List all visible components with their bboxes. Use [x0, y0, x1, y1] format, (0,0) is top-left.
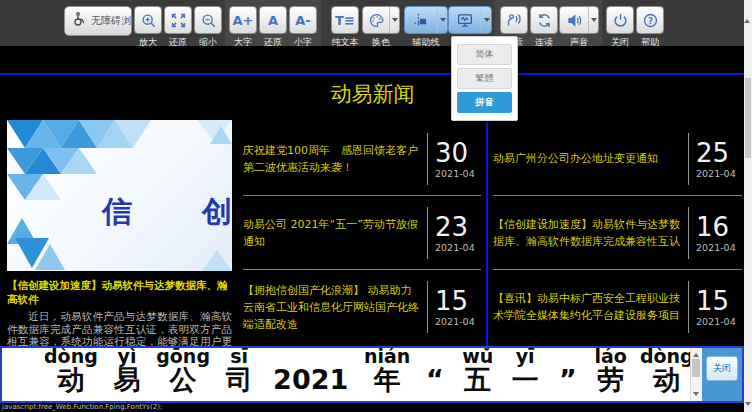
reader-scrollbar-thumb[interactable]: [692, 359, 700, 377]
font-reset-icon: A: [268, 14, 278, 27]
wheelchair-icon: [72, 11, 87, 31]
zoom-reset-label: 还原: [164, 36, 192, 49]
news-date: 25 2021-04: [688, 133, 742, 185]
help-label: 帮助: [636, 36, 664, 49]
close-toolbar-button[interactable]: [606, 6, 634, 34]
font-reset-button[interactable]: A: [259, 6, 287, 34]
scroll-down-icon[interactable]: [693, 392, 699, 399]
font-reset-label: 还原: [259, 36, 287, 49]
reader-char: “: [426, 364, 444, 395]
page-scrollbar-thumb[interactable]: [745, 78, 751, 158]
font-increase-button[interactable]: A+: [229, 6, 257, 34]
news-date: 15 2021-04: [427, 281, 481, 333]
plain-text-icon: T≡: [335, 14, 355, 27]
chevron-down-icon[interactable]: [588, 7, 598, 33]
reader-scrollbar[interactable]: [690, 348, 702, 401]
font-increase-label: 大字: [229, 36, 257, 49]
zoom-in-button[interactable]: [134, 6, 162, 34]
continuous-read-label: 连读: [530, 36, 558, 49]
continuous-read-button[interactable]: [530, 6, 558, 34]
palette-icon: [363, 7, 389, 33]
zoom-out-icon: [200, 12, 217, 29]
chevron-down-icon[interactable]: [437, 7, 447, 33]
news-title[interactable]: 庆祝建党100周年 感恩回馈老客户第二波优惠活动来袭！: [243, 142, 427, 176]
font-increase-icon: A+: [233, 14, 254, 27]
screen: 无障碍浏览 放大 还原: [0, 0, 752, 412]
news-item[interactable]: 【拥抱信创国产化浪潮】 动易助力云南省工业和信息化厅网站国产化终端适配改造 15…: [243, 270, 481, 344]
news-month: 2021-04: [696, 242, 742, 253]
scroll-up-icon[interactable]: [693, 350, 699, 357]
change-color-button[interactable]: [362, 6, 400, 34]
featured-title[interactable]: 【信创建设加速度】动易软件与达梦数据库、瀚高软件: [7, 278, 232, 306]
reader-char: 易yì: [114, 364, 141, 395]
help-icon: ?: [642, 12, 659, 29]
news-title[interactable]: 【拥抱信创国产化浪潮】 动易助力云南省工业和信息化厅网站国产化终端适配改造: [243, 282, 427, 333]
font-decrease-icon: A-: [295, 14, 310, 27]
status-bar: javascript:free_Web.Function.Fping.FontY…: [0, 403, 744, 412]
news-item[interactable]: 庆祝建党100周年 感恩回馈老客户第二波优惠活动来袭！ 30 2021-04: [243, 122, 481, 196]
news-day: 25: [696, 139, 742, 167]
news-day: 16: [696, 213, 742, 241]
menu-item-pinyin[interactable]: 拼音: [457, 92, 512, 113]
accessibility-mode-button[interactable]: 无障碍浏览: [64, 6, 132, 36]
news-list-right: 动易广州分公司办公地址变更通知 25 2021-04 【信创建设加速度】动易软件…: [493, 122, 742, 344]
reader-char: 动dòng: [645, 364, 689, 395]
news-title[interactable]: 动易广州分公司办公地址变更通知: [493, 150, 688, 167]
news-month: 2021-04: [435, 316, 481, 327]
banner-text: 信 创: [102, 192, 232, 233]
reader-char: 年nián: [369, 364, 406, 395]
chevron-down-icon[interactable]: [481, 7, 491, 33]
text-mode-button[interactable]: [448, 6, 492, 34]
reader-char: 公gōng: [161, 364, 205, 395]
news-item[interactable]: 【信创建设加速度】动易软件与达梦数据库、瀚高软件数据库完成兼容性互认 16 20…: [493, 196, 742, 270]
page-scrollbar[interactable]: [744, 0, 752, 412]
reader-char: 动dòng: [44, 364, 93, 395]
zoom-out-button[interactable]: [194, 6, 222, 34]
scroll-up-icon[interactable]: [744, 0, 750, 23]
reader-char: 一yī: [512, 364, 539, 395]
sound-button[interactable]: [559, 6, 599, 34]
news-month: 2021-04: [696, 168, 742, 179]
news-title[interactable]: 动易公司 2021年“五一”劳动节放假通知: [243, 216, 427, 250]
close-toolbar-label: 关闭: [606, 36, 634, 49]
zoom-in-icon: [140, 12, 157, 29]
news-month: 2021-04: [696, 316, 742, 327]
refresh-icon: [536, 12, 553, 29]
monitor-icon: [449, 7, 481, 33]
point-read-button[interactable]: [500, 6, 528, 34]
pinyin-reader-text: 动dòng 易yì 公gōng 司sī 2021 年nián “ 五wǔ 一yī…: [2, 348, 690, 401]
horizontal-guide-line: [0, 73, 745, 75]
news-date: 15 2021-04: [688, 281, 742, 333]
news-date: 23 2021-04: [427, 207, 481, 259]
font-decrease-label: 小字: [289, 36, 317, 49]
plain-text-label: 纯文本: [331, 36, 359, 49]
chevron-down-icon[interactable]: [389, 7, 399, 33]
reader-close-panel: 关闭: [702, 348, 742, 401]
plain-text-button[interactable]: T≡: [331, 6, 359, 34]
featured-banner-image[interactable]: 信 创: [7, 120, 232, 271]
guide-lines-button[interactable]: [404, 6, 448, 34]
menu-item-traditional[interactable]: 繁體: [457, 68, 512, 89]
news-day: 30: [435, 139, 481, 167]
news-day: 23: [435, 213, 481, 241]
news-title[interactable]: 【喜讯】动易中标广西安全工程职业技术学院全媒体集约化平台建设服务项目: [493, 290, 688, 324]
news-item[interactable]: 动易广州分公司办公地址变更通知 25 2021-04: [493, 122, 742, 196]
font-decrease-button[interactable]: A-: [289, 6, 317, 34]
news-list-middle: 庆祝建党100周年 感恩回馈老客户第二波优惠活动来袭！ 30 2021-04 动…: [243, 122, 481, 344]
scroll-down-icon[interactable]: [745, 402, 751, 409]
zoom-reset-button[interactable]: [164, 6, 192, 34]
news-item[interactable]: 动易公司 2021年“五一”劳动节放假通知 23 2021-04: [243, 196, 481, 270]
menu-item-simplified[interactable]: 简体: [457, 44, 512, 65]
reader-close-button[interactable]: 关闭: [706, 356, 738, 381]
language-dropdown-menu: 简体 繁體 拼音: [451, 36, 518, 121]
help-button[interactable]: ?: [636, 6, 664, 34]
news-title[interactable]: 【信创建设加速度】动易软件与达梦数据库、瀚高软件数据库完成兼容性互认: [493, 216, 688, 250]
news-date: 30 2021-04: [427, 133, 481, 185]
pinyin-reader-panel: 动dòng 易yì 公gōng 司sī 2021 年nián “ 五wǔ 一yī…: [0, 346, 744, 403]
reader-char: 五wǔ: [464, 364, 491, 395]
speaker-icon: [560, 7, 588, 33]
news-month: 2021-04: [435, 168, 481, 179]
reader-char: 劳láo: [597, 364, 624, 395]
status-text: javascript:free_Web.Function.Fping.FontY…: [0, 403, 744, 412]
news-item[interactable]: 【喜讯】动易中标广西安全工程职业技术学院全媒体集约化平台建设服务项目 15 20…: [493, 270, 742, 344]
